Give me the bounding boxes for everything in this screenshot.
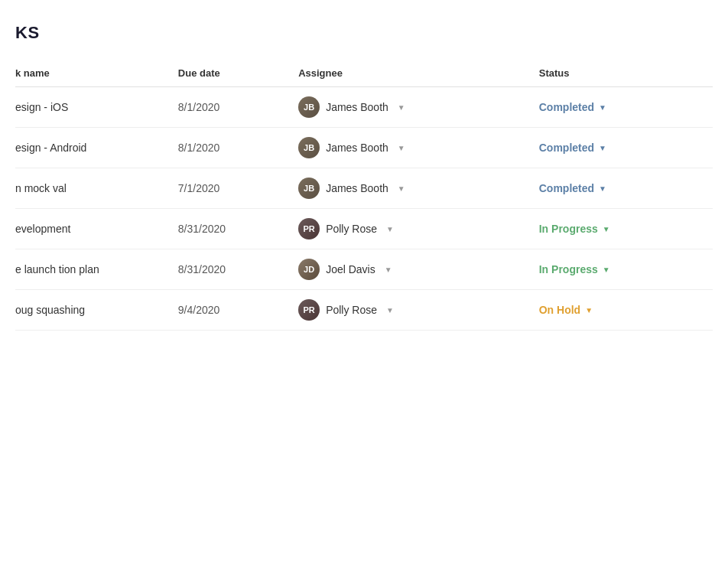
task-name-cell: esign - Android [15,128,178,168]
tasks-table: k name Due date Assignee Status esign - … [15,61,713,331]
status-badge: In Progress [539,263,598,275]
assignee-name: Polly Rose [326,223,377,235]
assignee-cell: JBJames Booth▼ [298,168,539,209]
avatar: PR [298,218,320,239]
assignee-dropdown-arrow[interactable]: ▼ [398,184,405,193]
due-date-cell: 9/4/2020 [178,290,298,331]
table-row: oug squashing9/4/2020PRPolly Rose▼On Hol… [15,290,713,331]
col-header-due-date: Due date [178,61,298,87]
assignee-name: James Booth [326,101,388,113]
table-row: e launch tion plan8/31/2020JDJoel Davis▼… [15,249,713,290]
status-dropdown-arrow[interactable]: ▼ [599,184,606,193]
task-name-cell: n mock val [15,168,178,209]
avatar: JB [298,96,320,118]
status-badge: In Progress [539,223,598,235]
assignee-dropdown-arrow[interactable]: ▼ [385,266,392,274]
status-badge: Completed [539,142,594,154]
status-cell: In Progress▼ [539,249,713,290]
assignee-cell: PRPolly Rose▼ [298,290,539,331]
task-name-cell: esign - iOS [15,87,178,128]
assignee-cell: PRPolly Rose▼ [298,209,539,249]
task-name-cell: oug squashing [15,290,178,331]
assignee-dropdown-arrow[interactable]: ▼ [386,306,394,314]
page-title: KS [15,23,713,43]
status-cell: Completed▼ [539,168,713,209]
status-badge: Completed [539,101,594,113]
status-cell: In Progress▼ [539,209,713,249]
assignee-cell: JBJames Booth▼ [298,128,539,168]
table-row: n mock val7/1/2020JBJames Booth▼Complete… [15,168,713,209]
assignee-name: James Booth [326,142,388,154]
assignee-cell: JDJoel Davis▼ [298,249,539,290]
status-badge: Completed [539,182,594,194]
status-dropdown-arrow[interactable]: ▼ [599,103,606,112]
assignee-name: Polly Rose [326,304,377,316]
avatar: JD [298,259,320,280]
status-cell: Completed▼ [539,128,713,168]
task-name-cell: evelopment [15,209,178,249]
status-dropdown-arrow[interactable]: ▼ [603,225,610,233]
col-header-task-name: k name [15,61,178,87]
assignee-dropdown-arrow[interactable]: ▼ [398,144,405,152]
page-container: KS k name Due date Assignee Status esign… [0,0,728,346]
col-header-assignee: Assignee [298,61,539,87]
status-dropdown-arrow[interactable]: ▼ [585,306,593,314]
table-header-row: k name Due date Assignee Status [15,61,713,87]
avatar: JB [298,137,320,158]
status-dropdown-arrow[interactable]: ▼ [599,144,606,152]
assignee-cell: JBJames Booth▼ [298,87,539,128]
status-dropdown-arrow[interactable]: ▼ [603,266,610,274]
avatar: JB [298,178,320,199]
avatar: PR [298,299,320,321]
table-row: evelopment8/31/2020PRPolly Rose▼In Progr… [15,209,713,249]
status-cell: Completed▼ [539,87,713,128]
col-header-status: Status [539,61,713,87]
task-name-cell: e launch tion plan [15,249,178,290]
table-row: esign - Android8/1/2020JBJames Booth▼Com… [15,128,713,168]
status-badge: On Hold [539,304,580,316]
table-row: esign - iOS8/1/2020JBJames Booth▼Complet… [15,87,713,128]
assignee-dropdown-arrow[interactable]: ▼ [386,225,394,233]
due-date-cell: 8/1/2020 [178,87,298,128]
assignee-dropdown-arrow[interactable]: ▼ [398,103,405,112]
due-date-cell: 7/1/2020 [178,168,298,209]
due-date-cell: 8/1/2020 [178,128,298,168]
status-cell: On Hold▼ [539,290,713,331]
due-date-cell: 8/31/2020 [178,249,298,290]
assignee-name: James Booth [326,182,388,194]
assignee-name: Joel Davis [326,263,375,275]
due-date-cell: 8/31/2020 [178,209,298,249]
